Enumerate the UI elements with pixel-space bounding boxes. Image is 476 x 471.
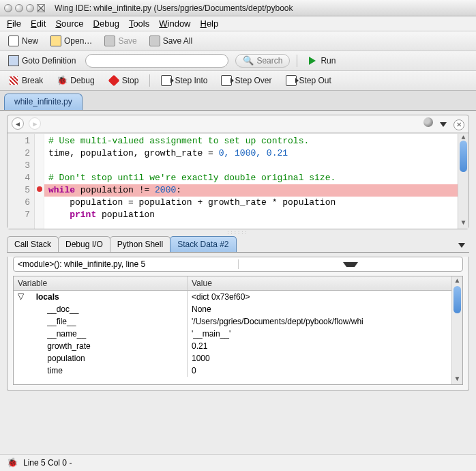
- play-icon: [307, 55, 318, 66]
- folder-open-icon: [50, 35, 61, 46]
- editor-tab-active[interactable]: while_infinite.py: [4, 94, 83, 110]
- save-label: Save: [118, 36, 136, 46]
- window-title: Wing IDE: while_infinite.py (Users/pgrie…: [55, 3, 293, 13]
- variables-header: Variable Value: [14, 276, 451, 291]
- scroll-up-icon[interactable]: ▲: [452, 276, 462, 286]
- search-button[interactable]: Search: [235, 54, 290, 68]
- tab-stack-data[interactable]: Stack Data #2: [170, 236, 236, 252]
- step-into-button[interactable]: Step Into: [158, 74, 210, 87]
- zoom-window-icon[interactable]: [26, 4, 34, 12]
- menu-edit[interactable]: Edit: [31, 18, 46, 29]
- save-all-icon: [149, 35, 160, 46]
- stop-button[interactable]: Stop: [106, 74, 142, 87]
- step-out-button[interactable]: Step Out: [283, 74, 334, 87]
- code-line[interactable]: population = population + growth_rate * …: [44, 197, 458, 209]
- save-button[interactable]: Save: [102, 34, 139, 48]
- panel-menu-icon[interactable]: [454, 238, 469, 252]
- toolbar-search: Goto Definition Search Run: [0, 51, 476, 71]
- run-button[interactable]: Run: [304, 54, 338, 68]
- step-over-label: Step Over: [235, 76, 271, 85]
- chevron-down-icon[interactable]: [238, 259, 463, 269]
- goto-definition-button[interactable]: Goto Definition: [5, 54, 78, 68]
- col-variable[interactable]: Variable: [14, 276, 188, 290]
- step-out-label: Step Out: [299, 76, 331, 85]
- step-over-button[interactable]: Step Over: [218, 74, 274, 87]
- open-label: Open…: [64, 36, 92, 46]
- break-label: Break: [22, 76, 43, 85]
- variable-row[interactable]: __doc__None: [14, 303, 451, 315]
- editor-tabs: while_infinite.py: [0, 91, 476, 111]
- nav-back-button[interactable]: ◄: [12, 117, 24, 130]
- separator: [149, 74, 150, 87]
- new-button[interactable]: New: [5, 34, 41, 48]
- code-line[interactable]: # Don't stop until we're exactly double …: [44, 172, 458, 184]
- breakpoint-icon[interactable]: [37, 186, 42, 192]
- scroll-thumb[interactable]: [453, 286, 461, 313]
- minimize-window-icon[interactable]: [15, 4, 23, 12]
- bug-icon: [7, 457, 18, 468]
- stop-icon: [108, 75, 119, 86]
- stop-label: Stop: [122, 76, 139, 85]
- code-line[interactable]: [44, 160, 458, 172]
- window-controls: [4, 4, 45, 12]
- menu-tools[interactable]: Tools: [129, 18, 149, 29]
- vars-scrollbar[interactable]: ▲ ▼: [451, 276, 462, 384]
- variables-table: Variable Value ▽ locals<dict 0x73ef60> _…: [13, 276, 463, 385]
- toolbar-debug: Break Debug Stop Step Into Step Over Ste…: [0, 71, 476, 91]
- code-line[interactable]: time, population, growth_rate = 0, 1000,…: [44, 147, 458, 160]
- editor-scrollbar[interactable]: ▲ ▼: [458, 134, 468, 229]
- new-label: New: [22, 36, 38, 46]
- save-all-button[interactable]: Save All: [147, 34, 195, 48]
- breakpoint-gutter[interactable]: [35, 134, 44, 229]
- run-label: Run: [321, 56, 336, 66]
- scroll-down-icon[interactable]: ▼: [452, 375, 462, 384]
- tab-python-shell[interactable]: Python Shell: [110, 236, 170, 252]
- variable-row[interactable]: time0: [14, 365, 451, 377]
- theme-icon[interactable]: [423, 117, 433, 127]
- separator: [297, 55, 297, 67]
- editor-header: ◄ ► ✕: [8, 115, 468, 133]
- nav-forward-button[interactable]: ►: [29, 117, 41, 130]
- statusbar: Line 5 Col 0 -: [0, 454, 476, 471]
- open-button[interactable]: Open…: [48, 34, 95, 48]
- symbol-search-input[interactable]: [85, 54, 228, 68]
- variable-row[interactable]: __name__'__main__': [14, 328, 451, 340]
- window-titlebar: Wing IDE: while_infinite.py (Users/pgrie…: [0, 0, 476, 16]
- code-area[interactable]: 1234567 # Use multi-valued assignment to…: [8, 133, 468, 229]
- col-value[interactable]: Value: [188, 276, 451, 290]
- variable-row[interactable]: growth_rate0.21: [14, 340, 451, 352]
- break-button[interactable]: Break: [5, 74, 46, 87]
- close-window-icon[interactable]: [4, 4, 12, 12]
- scroll-down-icon[interactable]: ▼: [458, 219, 468, 229]
- code-line[interactable]: print population: [44, 209, 458, 221]
- menu-file[interactable]: File: [7, 18, 21, 29]
- step-over-icon: [221, 75, 232, 86]
- debug-button[interactable]: Debug: [54, 74, 97, 87]
- save-all-label: Save All: [163, 36, 192, 46]
- document-icon: [8, 35, 19, 46]
- goto-icon: [8, 55, 19, 66]
- menu-source[interactable]: Source: [55, 18, 83, 29]
- tab-debug-io[interactable]: Debug I/O: [58, 236, 110, 252]
- variable-row[interactable]: __file__'/Users/pgries/Documents/dept/py…: [14, 315, 451, 328]
- editor: ◄ ► ✕ 1234567 # Use multi-valued assignm…: [7, 115, 469, 229]
- tab-call-stack[interactable]: Call Stack: [7, 236, 59, 252]
- break-icon: [8, 75, 19, 86]
- save-icon: [104, 35, 115, 46]
- scroll-thumb[interactable]: [460, 141, 467, 172]
- x11-window-icon: [37, 4, 45, 12]
- code-line[interactable]: # Use multi-valued assignment to set up …: [44, 135, 458, 147]
- splitter-handle[interactable]: ::::::: [0, 229, 476, 236]
- editor-menu-icon[interactable]: [440, 122, 447, 127]
- menu-debug[interactable]: Debug: [93, 18, 119, 29]
- search-label: Search: [256, 56, 282, 66]
- variable-row[interactable]: ▽ locals<dict 0x73ef60>: [14, 291, 451, 303]
- code-text[interactable]: # Use multi-valued assignment to set up …: [44, 134, 458, 229]
- code-line[interactable]: while population != 2000:: [44, 184, 458, 197]
- menu-window[interactable]: Window: [159, 18, 190, 29]
- variable-row[interactable]: population1000: [14, 352, 451, 365]
- frame-selector[interactable]: <module>(): while_infinite.py, line 5: [13, 257, 463, 272]
- step-into-label: Step Into: [175, 76, 207, 85]
- close-editor-button[interactable]: ✕: [453, 119, 464, 130]
- menu-help[interactable]: Help: [200, 18, 219, 29]
